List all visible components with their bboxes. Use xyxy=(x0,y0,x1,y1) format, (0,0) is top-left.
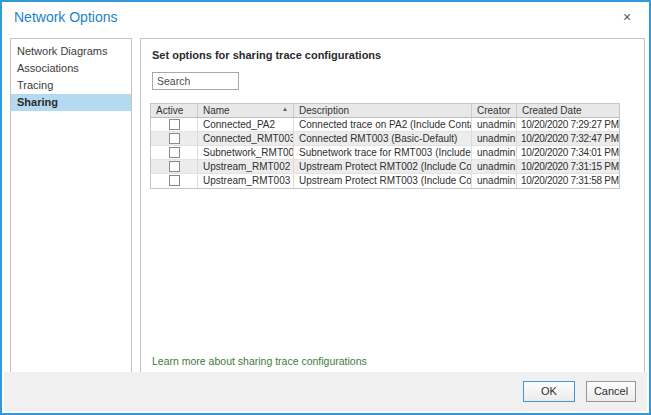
created-date-cell: 10/20/2020 7:32:47 PM xyxy=(517,132,621,145)
dialog-footer: OK Cancel xyxy=(4,372,647,411)
description-cell: Connected trace on PA2 (Include Containe… xyxy=(294,118,472,131)
table-row[interactable]: Connected_RMT003 Connected RMT003 (Basic… xyxy=(151,132,619,146)
sort-ascending-icon: ▲ xyxy=(282,106,288,112)
trace-configurations-table: Active Name▲ Description Creator Created… xyxy=(150,103,620,189)
created-date-cell: 10/20/2020 7:34:01 PM xyxy=(517,146,621,159)
search-input[interactable] xyxy=(152,72,239,90)
table-body: Connected_PA2 Connected trace on PA2 (In… xyxy=(151,118,619,188)
created-date-cell: 10/20/2020 7:29:27 PM xyxy=(517,118,621,131)
name-cell: Connected_RMT003 xyxy=(198,132,294,145)
sidebar-item-tracing[interactable]: Tracing xyxy=(11,77,131,94)
created-date-cell: 10/20/2020 7:31:15 PM xyxy=(517,160,621,173)
sharing-options-panel: Set options for sharing trace configurat… xyxy=(140,38,645,376)
description-cell: Upstream Protect RMT003 (Include Content… xyxy=(294,174,472,188)
table-row[interactable]: Upstream_RMT003 Upstream Protect RMT003 … xyxy=(151,174,619,188)
creator-cell: unadmin xyxy=(472,160,517,173)
column-header-created-date[interactable]: Created Date xyxy=(517,104,621,117)
name-cell: Connected_PA2 xyxy=(198,118,294,131)
options-sidebar: Network Diagrams Associations Tracing Sh… xyxy=(10,38,132,376)
creator-cell: unadmin xyxy=(472,174,517,188)
creator-cell: unadmin xyxy=(472,132,517,145)
table-row[interactable]: Connected_PA2 Connected trace on PA2 (In… xyxy=(151,118,619,132)
ok-button[interactable]: OK xyxy=(523,381,575,402)
cancel-button[interactable]: Cancel xyxy=(586,381,636,402)
sidebar-item-sharing[interactable]: Sharing xyxy=(11,94,131,111)
table-header-row: Active Name▲ Description Creator Created… xyxy=(151,104,619,118)
active-checkbox[interactable] xyxy=(169,133,180,144)
name-cell: Upstream_RMT002 xyxy=(198,160,294,173)
panel-heading: Set options for sharing trace configurat… xyxy=(152,49,381,61)
network-options-dialog: Network Options × Network Diagrams Assoc… xyxy=(0,0,651,415)
active-checkbox[interactable] xyxy=(169,147,180,158)
title-bar: Network Options × xyxy=(2,2,649,32)
active-checkbox[interactable] xyxy=(169,119,180,130)
description-cell: Upstream Protect RMT002 (Include Contain… xyxy=(294,160,472,173)
name-cell: Upstream_RMT003 xyxy=(198,174,294,188)
creator-cell: unadmin xyxy=(472,146,517,159)
table-row[interactable]: Subnetwork_RMT003 Subnetwork trace for R… xyxy=(151,146,619,160)
dialog-title: Network Options xyxy=(14,9,117,25)
column-header-creator[interactable]: Creator xyxy=(472,104,517,117)
description-cell: Connected RMT003 (Basic-Default) xyxy=(294,132,472,145)
creator-cell: unadmin xyxy=(472,118,517,131)
sidebar-item-associations[interactable]: Associations xyxy=(11,60,131,77)
created-date-cell: 10/20/2020 7:31:58 PM xyxy=(517,174,621,188)
description-cell: Subnetwork trace for RMT003 (Include Con… xyxy=(294,146,472,159)
column-header-active[interactable]: Active xyxy=(151,104,198,117)
table-row[interactable]: Upstream_RMT002 Upstream Protect RMT002 … xyxy=(151,160,619,174)
active-checkbox[interactable] xyxy=(169,175,180,186)
learn-more-link[interactable]: Learn more about sharing trace configura… xyxy=(152,355,367,367)
column-header-name[interactable]: Name▲ xyxy=(198,104,294,117)
active-checkbox[interactable] xyxy=(169,161,180,172)
column-header-description[interactable]: Description xyxy=(294,104,472,117)
close-icon[interactable]: × xyxy=(618,8,636,26)
name-cell: Subnetwork_RMT003 xyxy=(198,146,294,159)
sidebar-item-network-diagrams[interactable]: Network Diagrams xyxy=(11,43,131,60)
